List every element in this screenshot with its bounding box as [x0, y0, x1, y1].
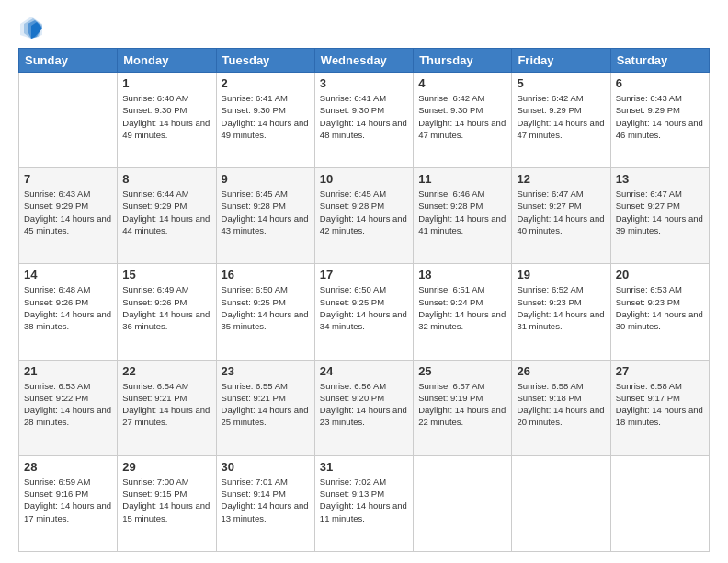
calendar-cell: 22Sunrise: 6:54 AM Sunset: 9:21 PM Dayli… [118, 360, 216, 455]
day-number: 31 [320, 460, 408, 474]
day-info: Sunrise: 6:47 AM Sunset: 9:27 PM Dayligh… [517, 188, 605, 236]
day-info: Sunrise: 6:52 AM Sunset: 9:23 PM Dayligh… [517, 283, 605, 332]
calendar-cell: 3Sunrise: 6:41 AM Sunset: 9:30 PM Daylig… [314, 73, 413, 168]
calendar-week-3: 21Sunrise: 6:53 AM Sunset: 9:22 PM Dayli… [19, 360, 710, 455]
day-info: Sunrise: 6:42 AM Sunset: 9:30 PM Dayligh… [418, 92, 506, 141]
day-info: Sunrise: 6:45 AM Sunset: 9:28 PM Dayligh… [320, 188, 408, 236]
calendar-cell: 27Sunrise: 6:58 AM Sunset: 9:17 PM Dayli… [610, 360, 709, 455]
calendar-cell: 9Sunrise: 6:45 AM Sunset: 9:28 PM Daylig… [216, 168, 314, 264]
day-number: 29 [122, 460, 210, 474]
day-number: 14 [24, 268, 112, 282]
header-wednesday: Wednesday [314, 49, 413, 73]
day-number: 9 [222, 172, 310, 186]
day-number: 16 [222, 268, 310, 282]
calendar-cell [414, 455, 512, 551]
calendar-cell: 8Sunrise: 6:44 AM Sunset: 9:29 PM Daylig… [118, 168, 216, 264]
day-info: Sunrise: 6:48 AM Sunset: 9:26 PM Dayligh… [24, 283, 112, 332]
day-info: Sunrise: 7:01 AM Sunset: 9:14 PM Dayligh… [222, 476, 310, 524]
calendar-cell: 20Sunrise: 6:53 AM Sunset: 9:23 PM Dayli… [610, 264, 709, 360]
day-number: 13 [616, 172, 704, 186]
calendar-cell: 1Sunrise: 6:40 AM Sunset: 9:30 PM Daylig… [118, 73, 216, 168]
calendar-cell: 11Sunrise: 6:46 AM Sunset: 9:28 PM Dayli… [414, 168, 512, 264]
day-info: Sunrise: 6:53 AM Sunset: 9:23 PM Dayligh… [616, 283, 704, 332]
day-number: 5 [517, 76, 605, 90]
day-number: 19 [517, 268, 605, 282]
header [18, 15, 710, 40]
day-number: 18 [418, 268, 506, 282]
day-info: Sunrise: 7:02 AM Sunset: 9:13 PM Dayligh… [320, 476, 408, 524]
day-info: Sunrise: 6:55 AM Sunset: 9:21 PM Dayligh… [222, 380, 310, 429]
calendar-cell: 14Sunrise: 6:48 AM Sunset: 9:26 PM Dayli… [19, 264, 118, 360]
day-info: Sunrise: 6:41 AM Sunset: 9:30 PM Dayligh… [222, 92, 310, 141]
header-friday: Friday [512, 49, 610, 73]
day-info: Sunrise: 6:45 AM Sunset: 9:28 PM Dayligh… [222, 188, 310, 236]
day-number: 8 [122, 172, 210, 186]
page: Sunday Monday Tuesday Wednesday Thursday… [0, 0, 728, 563]
day-info: Sunrise: 6:51 AM Sunset: 9:24 PM Dayligh… [418, 283, 506, 332]
day-number: 20 [616, 268, 704, 282]
calendar-cell: 29Sunrise: 7:00 AM Sunset: 9:15 PM Dayli… [118, 455, 216, 551]
calendar-cell: 31Sunrise: 7:02 AM Sunset: 9:13 PM Dayli… [314, 455, 413, 551]
logo [18, 15, 48, 40]
calendar-cell: 6Sunrise: 6:43 AM Sunset: 9:29 PM Daylig… [610, 73, 709, 168]
calendar-cell: 12Sunrise: 6:47 AM Sunset: 9:27 PM Dayli… [512, 168, 610, 264]
calendar-week-0: 1Sunrise: 6:40 AM Sunset: 9:30 PM Daylig… [19, 73, 710, 168]
day-info: Sunrise: 6:50 AM Sunset: 9:25 PM Dayligh… [320, 283, 408, 332]
calendar-cell: 13Sunrise: 6:47 AM Sunset: 9:27 PM Dayli… [610, 168, 709, 264]
day-info: Sunrise: 6:58 AM Sunset: 9:17 PM Dayligh… [616, 380, 704, 429]
day-number: 30 [222, 460, 310, 474]
calendar-cell [512, 455, 610, 551]
day-number: 1 [122, 76, 210, 90]
calendar-cell: 21Sunrise: 6:53 AM Sunset: 9:22 PM Dayli… [19, 360, 118, 455]
day-info: Sunrise: 6:57 AM Sunset: 9:19 PM Dayligh… [418, 380, 506, 429]
day-number: 24 [320, 364, 408, 378]
day-info: Sunrise: 6:40 AM Sunset: 9:30 PM Dayligh… [122, 92, 210, 141]
calendar-cell: 19Sunrise: 6:52 AM Sunset: 9:23 PM Dayli… [512, 264, 610, 360]
header-tuesday: Tuesday [216, 49, 314, 73]
logo-icon [18, 15, 44, 40]
day-number: 3 [320, 76, 408, 90]
calendar-cell: 10Sunrise: 6:45 AM Sunset: 9:28 PM Dayli… [314, 168, 413, 264]
calendar-cell: 4Sunrise: 6:42 AM Sunset: 9:30 PM Daylig… [414, 73, 512, 168]
day-number: 26 [517, 364, 605, 378]
calendar-cell: 15Sunrise: 6:49 AM Sunset: 9:26 PM Dayli… [118, 264, 216, 360]
day-number: 6 [616, 76, 704, 90]
day-info: Sunrise: 6:53 AM Sunset: 9:22 PM Dayligh… [24, 380, 112, 429]
header-sunday: Sunday [19, 49, 118, 73]
day-number: 22 [122, 364, 210, 378]
day-number: 23 [222, 364, 310, 378]
day-number: 11 [418, 172, 506, 186]
day-info: Sunrise: 6:44 AM Sunset: 9:29 PM Dayligh… [122, 188, 210, 236]
calendar-week-4: 28Sunrise: 6:59 AM Sunset: 9:16 PM Dayli… [19, 455, 710, 551]
day-info: Sunrise: 6:42 AM Sunset: 9:29 PM Dayligh… [517, 92, 605, 141]
day-number: 17 [320, 268, 408, 282]
calendar-cell: 7Sunrise: 6:43 AM Sunset: 9:29 PM Daylig… [19, 168, 118, 264]
calendar-cell: 30Sunrise: 7:01 AM Sunset: 9:14 PM Dayli… [216, 455, 314, 551]
day-info: Sunrise: 6:41 AM Sunset: 9:30 PM Dayligh… [320, 92, 408, 141]
day-number: 12 [517, 172, 605, 186]
calendar-cell: 23Sunrise: 6:55 AM Sunset: 9:21 PM Dayli… [216, 360, 314, 455]
calendar-cell: 2Sunrise: 6:41 AM Sunset: 9:30 PM Daylig… [216, 73, 314, 168]
calendar-cell [19, 73, 118, 168]
day-number: 7 [24, 172, 112, 186]
day-info: Sunrise: 6:49 AM Sunset: 9:26 PM Dayligh… [122, 283, 210, 332]
calendar-cell: 25Sunrise: 6:57 AM Sunset: 9:19 PM Dayli… [414, 360, 512, 455]
header-thursday: Thursday [414, 49, 512, 73]
day-number: 4 [418, 76, 506, 90]
day-number: 2 [222, 76, 310, 90]
day-info: Sunrise: 6:43 AM Sunset: 9:29 PM Dayligh… [24, 188, 112, 236]
day-info: Sunrise: 6:59 AM Sunset: 9:16 PM Dayligh… [24, 476, 112, 524]
calendar-header-row: Sunday Monday Tuesday Wednesday Thursday… [19, 49, 710, 73]
day-info: Sunrise: 6:56 AM Sunset: 9:20 PM Dayligh… [320, 380, 408, 429]
calendar-table: Sunday Monday Tuesday Wednesday Thursday… [18, 48, 710, 552]
day-info: Sunrise: 6:43 AM Sunset: 9:29 PM Dayligh… [616, 92, 704, 141]
day-info: Sunrise: 7:00 AM Sunset: 9:15 PM Dayligh… [122, 476, 210, 524]
calendar-cell [610, 455, 709, 551]
calendar-cell: 5Sunrise: 6:42 AM Sunset: 9:29 PM Daylig… [512, 73, 610, 168]
calendar-cell: 26Sunrise: 6:58 AM Sunset: 9:18 PM Dayli… [512, 360, 610, 455]
day-number: 27 [616, 364, 704, 378]
day-info: Sunrise: 6:46 AM Sunset: 9:28 PM Dayligh… [418, 188, 506, 236]
calendar-cell: 28Sunrise: 6:59 AM Sunset: 9:16 PM Dayli… [19, 455, 118, 551]
header-monday: Monday [118, 49, 216, 73]
day-number: 21 [24, 364, 112, 378]
